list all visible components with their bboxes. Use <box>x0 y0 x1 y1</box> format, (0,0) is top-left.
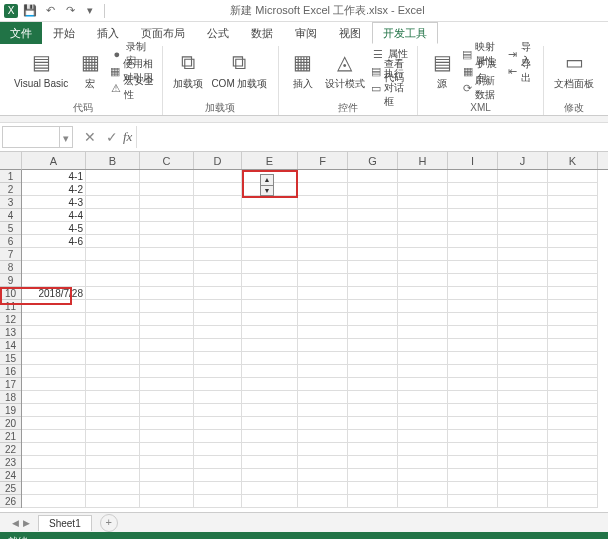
cell[interactable] <box>242 365 298 378</box>
cell[interactable] <box>140 443 194 456</box>
cell[interactable] <box>448 235 498 248</box>
cell[interactable] <box>448 222 498 235</box>
row-header[interactable]: 20 <box>0 417 21 430</box>
col-header[interactable]: E <box>242 152 298 169</box>
cell[interactable] <box>22 365 86 378</box>
cell[interactable] <box>22 443 86 456</box>
cell[interactable] <box>548 365 598 378</box>
row-header[interactable]: 7 <box>0 248 21 261</box>
cell[interactable] <box>140 339 194 352</box>
cell[interactable] <box>140 352 194 365</box>
cell[interactable] <box>242 274 298 287</box>
cell[interactable] <box>194 339 242 352</box>
cell[interactable] <box>398 222 448 235</box>
cell[interactable] <box>194 222 242 235</box>
cell[interactable] <box>348 443 398 456</box>
cell[interactable] <box>398 209 448 222</box>
cell[interactable] <box>548 417 598 430</box>
cell[interactable] <box>242 404 298 417</box>
macro-security-button[interactable]: ⚠宏安全性 <box>110 80 154 96</box>
sheet-tab[interactable]: Sheet1 <box>38 515 92 531</box>
cell[interactable] <box>548 183 598 196</box>
cell[interactable] <box>242 313 298 326</box>
cell[interactable] <box>498 456 548 469</box>
cell[interactable] <box>398 261 448 274</box>
cell[interactable] <box>448 261 498 274</box>
cell[interactable] <box>498 261 548 274</box>
cell[interactable] <box>298 248 348 261</box>
cell[interactable] <box>140 235 194 248</box>
cell[interactable] <box>348 313 398 326</box>
file-tab[interactable]: 文件 <box>0 22 42 44</box>
tab-review[interactable]: 审阅 <box>284 22 328 44</box>
cell[interactable] <box>242 443 298 456</box>
cell[interactable] <box>86 391 140 404</box>
cell[interactable] <box>22 248 86 261</box>
cell[interactable] <box>448 365 498 378</box>
cell[interactable] <box>448 287 498 300</box>
row-header[interactable]: 6 <box>0 235 21 248</box>
col-header[interactable]: J <box>498 152 548 169</box>
undo-icon[interactable]: ↶ <box>42 3 58 19</box>
cell[interactable] <box>194 456 242 469</box>
cell[interactable] <box>86 248 140 261</box>
cell[interactable] <box>86 352 140 365</box>
cell[interactable] <box>448 495 498 508</box>
select-all-corner[interactable] <box>0 152 22 170</box>
cell[interactable] <box>22 430 86 443</box>
cell[interactable] <box>298 326 348 339</box>
row-header[interactable]: 24 <box>0 469 21 482</box>
cell[interactable] <box>398 300 448 313</box>
cell[interactable] <box>242 196 298 209</box>
row-header[interactable]: 11 <box>0 300 21 313</box>
cell[interactable] <box>22 391 86 404</box>
cell[interactable] <box>242 287 298 300</box>
cell[interactable] <box>242 222 298 235</box>
cell[interactable] <box>86 313 140 326</box>
cell[interactable] <box>298 274 348 287</box>
cell[interactable] <box>398 183 448 196</box>
cell[interactable] <box>298 456 348 469</box>
tab-developer[interactable]: 开发工具 <box>372 22 438 44</box>
row-header[interactable]: 9 <box>0 274 21 287</box>
cell[interactable] <box>348 469 398 482</box>
cell[interactable] <box>22 352 86 365</box>
cell[interactable] <box>194 261 242 274</box>
visual-basic-button[interactable]: ▤ Visual Basic <box>12 46 70 89</box>
tab-insert[interactable]: 插入 <box>86 22 130 44</box>
cell[interactable] <box>498 287 548 300</box>
cell[interactable] <box>140 183 194 196</box>
cell[interactable] <box>448 196 498 209</box>
cell[interactable] <box>448 469 498 482</box>
cell[interactable] <box>86 469 140 482</box>
cell[interactable] <box>548 469 598 482</box>
row-header[interactable]: 25 <box>0 482 21 495</box>
cell[interactable] <box>242 482 298 495</box>
cell[interactable] <box>348 274 398 287</box>
cell[interactable] <box>398 196 448 209</box>
cell[interactable] <box>194 365 242 378</box>
cell[interactable] <box>448 326 498 339</box>
name-box-dropdown-icon[interactable]: ▾ <box>59 126 73 148</box>
cell[interactable] <box>86 430 140 443</box>
cell[interactable] <box>398 235 448 248</box>
row-header[interactable]: 13 <box>0 326 21 339</box>
cell[interactable] <box>348 391 398 404</box>
cell[interactable] <box>548 274 598 287</box>
cell[interactable] <box>448 378 498 391</box>
cell[interactable] <box>398 391 448 404</box>
cell[interactable] <box>194 274 242 287</box>
cell[interactable] <box>448 430 498 443</box>
cell[interactable] <box>348 339 398 352</box>
tab-data[interactable]: 数据 <box>240 22 284 44</box>
cell[interactable] <box>348 209 398 222</box>
cell[interactable] <box>298 482 348 495</box>
cell[interactable] <box>86 404 140 417</box>
cell[interactable] <box>498 352 548 365</box>
cell[interactable] <box>86 300 140 313</box>
row-header[interactable]: 14 <box>0 339 21 352</box>
nav-next-icon[interactable]: ▶ <box>23 518 30 528</box>
tab-view[interactable]: 视图 <box>328 22 372 44</box>
cell[interactable] <box>398 482 448 495</box>
cell[interactable] <box>298 417 348 430</box>
